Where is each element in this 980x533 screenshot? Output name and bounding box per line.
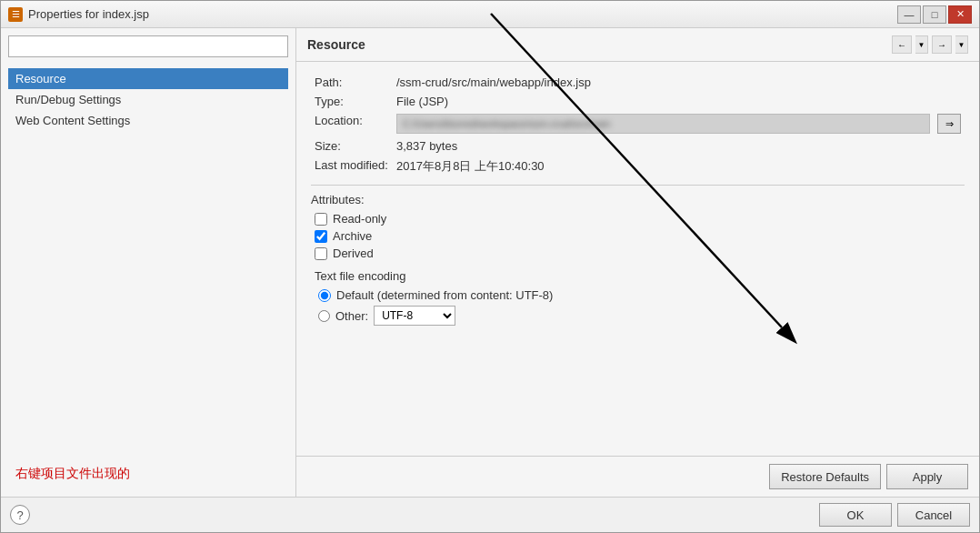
default-encoding-radio[interactable] bbox=[318, 289, 331, 302]
close-button[interactable]: ✕ bbox=[948, 5, 972, 24]
derived-row: Derived bbox=[311, 246, 965, 260]
sidebar-item-run-debug[interactable]: Run/Debug Settings bbox=[8, 89, 288, 110]
other-encoding-label: Other: bbox=[335, 309, 368, 323]
sidebar-annotation: 右键项目文件出现的 bbox=[8, 458, 288, 489]
archive-checkbox[interactable] bbox=[315, 230, 327, 243]
content-header: Resource ← ▼ → ▼ bbox=[296, 28, 979, 62]
encoding-section-label: Text file encoding bbox=[315, 269, 965, 283]
encoding-select[interactable]: UTF-8 UTF-16 ISO-8859-1 bbox=[374, 306, 455, 326]
ok-button[interactable]: OK bbox=[819, 503, 892, 527]
modified-label: Last modified: bbox=[311, 156, 393, 177]
bottom-buttons: OK Cancel bbox=[819, 503, 970, 527]
back-dropdown-button[interactable]: ▼ bbox=[915, 35, 928, 54]
location-label: Location: bbox=[311, 111, 393, 136]
modified-row: Last modified: 2017年8月8日 上午10:40:30 bbox=[311, 156, 965, 177]
default-encoding-row: Default (determined from content: UTF-8) bbox=[315, 288, 965, 302]
size-label: Size: bbox=[311, 136, 393, 156]
readonly-label: Read-only bbox=[333, 212, 386, 226]
readonly-row: Read-only bbox=[311, 212, 965, 226]
encoding-section: Text file encoding Default (determined f… bbox=[311, 269, 965, 326]
sidebar: Resource Run/Debug Settings Web Content … bbox=[1, 28, 296, 497]
window-title: Properties for index.jsp bbox=[28, 7, 149, 21]
modified-value: 2017年8月8日 上午10:40:30 bbox=[393, 156, 965, 177]
cancel-button[interactable]: Cancel bbox=[897, 503, 970, 527]
type-row: Type: File (JSP) bbox=[311, 92, 965, 111]
attributes-label: Attributes: bbox=[311, 193, 965, 206]
size-row: Size: 3,837 bytes bbox=[311, 136, 965, 156]
apply-button[interactable]: Apply bbox=[886, 464, 968, 489]
location-browse-button[interactable]: ⇒ bbox=[937, 114, 961, 134]
location-row: Location: C:/Users/blurred/workspace/ssm… bbox=[311, 111, 965, 136]
sidebar-item-resource[interactable]: Resource bbox=[8, 68, 288, 89]
content-footer: Restore Defaults Apply bbox=[296, 456, 979, 497]
readonly-checkbox[interactable] bbox=[315, 213, 327, 226]
archive-row: Archive bbox=[311, 229, 965, 243]
path-row: Path: /ssm-crud/src/main/webapp/index.js… bbox=[311, 73, 965, 92]
archive-label: Archive bbox=[333, 229, 372, 243]
restore-defaults-button[interactable]: Restore Defaults bbox=[769, 464, 881, 489]
other-encoding-row: Other: UTF-8 UTF-16 ISO-8859-1 bbox=[315, 306, 965, 326]
restore-button[interactable]: □ bbox=[923, 5, 946, 24]
divider-1 bbox=[311, 185, 965, 186]
content-main: Path: /ssm-crud/src/main/webapp/index.js… bbox=[296, 62, 979, 456]
default-encoding-label: Default (determined from content: UTF-8) bbox=[336, 288, 553, 302]
derived-label: Derived bbox=[333, 246, 374, 260]
window-body: Resource Run/Debug Settings Web Content … bbox=[1, 28, 979, 497]
location-blurred-text: C:/Users/blurred/workspace/ssm-crud/src/… bbox=[403, 118, 611, 129]
path-label: Path: bbox=[311, 73, 393, 92]
size-value: 3,837 bytes bbox=[393, 136, 965, 156]
window-controls: — □ ✕ bbox=[897, 5, 972, 24]
content-area: Resource ← ▼ → ▼ Path: /ssm-crud/src/mai… bbox=[296, 28, 979, 497]
back-button[interactable]: ← bbox=[892, 35, 912, 54]
other-encoding-radio[interactable] bbox=[318, 310, 330, 322]
forward-button[interactable]: → bbox=[932, 35, 952, 54]
title-bar: ☰ Properties for index.jsp — □ ✕ bbox=[1, 1, 979, 28]
type-label: Type: bbox=[311, 92, 393, 111]
sidebar-nav: Resource Run/Debug Settings Web Content … bbox=[8, 68, 288, 131]
window-footer: ? OK Cancel bbox=[1, 497, 979, 532]
type-value: File (JSP) bbox=[393, 92, 965, 111]
location-value: C:/Users/blurred/workspace/ssm-crud/src/… bbox=[396, 114, 930, 134]
sidebar-item-web-content[interactable]: Web Content Settings bbox=[8, 110, 288, 131]
derived-checkbox[interactable] bbox=[315, 247, 327, 260]
properties-table: Path: /ssm-crud/src/main/webapp/index.js… bbox=[311, 73, 965, 177]
help-button[interactable]: ? bbox=[10, 505, 30, 525]
content-header-nav: ← ▼ → ▼ bbox=[892, 35, 968, 54]
path-value: /ssm-crud/src/main/webapp/index.jsp bbox=[393, 73, 965, 92]
forward-dropdown-button[interactable]: ▼ bbox=[955, 35, 968, 54]
sidebar-search-input[interactable] bbox=[8, 35, 288, 57]
content-header-title: Resource bbox=[307, 37, 365, 52]
attributes-section: Attributes: Read-only Archive Derived bbox=[311, 193, 965, 260]
location-cell: C:/Users/blurred/workspace/ssm-crud/src/… bbox=[393, 111, 965, 136]
app-icon: ☰ bbox=[8, 7, 23, 22]
minimize-button[interactable]: — bbox=[897, 5, 921, 24]
